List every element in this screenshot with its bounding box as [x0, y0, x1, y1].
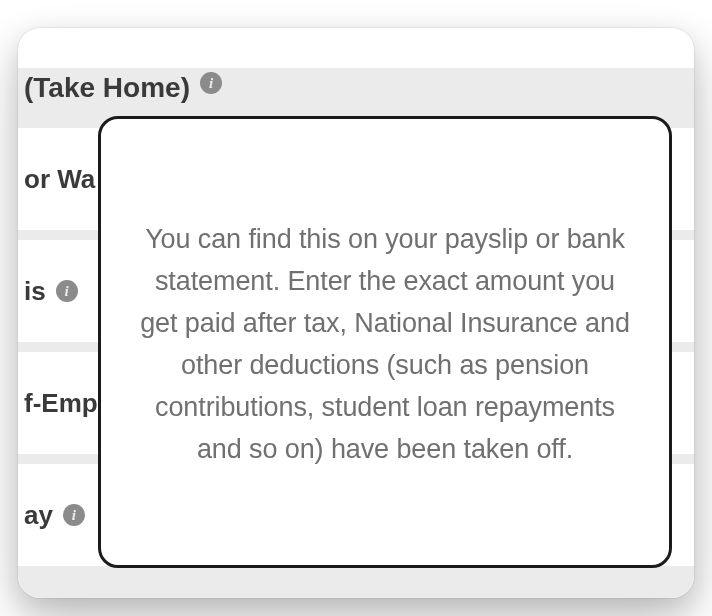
popover-card: (Take Home) i or Wa is i f-Emp ay i You …: [18, 28, 694, 598]
info-icon[interactable]: i: [63, 504, 85, 526]
row-label: ay: [24, 500, 53, 531]
row-label: (Take Home): [24, 72, 190, 104]
info-tooltip-text: You can find this on your payslip or ban…: [137, 218, 633, 471]
row-label: f-Emp: [24, 388, 98, 419]
info-icon[interactable]: i: [56, 280, 78, 302]
row-label: is: [24, 276, 46, 307]
info-icon[interactable]: i: [200, 72, 222, 94]
row-label: or Wa: [24, 164, 95, 195]
info-tooltip: You can find this on your payslip or ban…: [98, 116, 672, 568]
